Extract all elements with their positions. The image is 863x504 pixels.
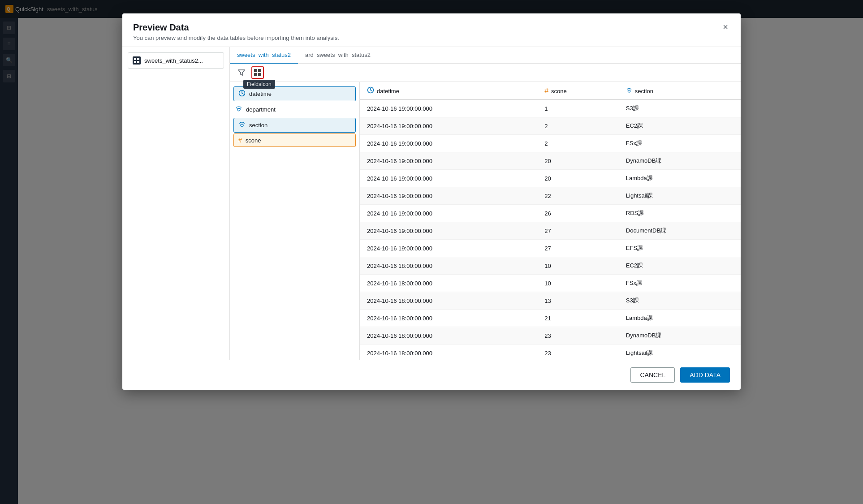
table-row: 2024-10-16 19:00:00.0002FSx課 <box>360 135 741 152</box>
cell-section: FSx課 <box>619 135 741 152</box>
cell-datetime: 2024-10-16 18:00:00.000 <box>360 275 537 292</box>
table-row: 2024-10-16 18:00:00.00023DynamoDB課 <box>360 327 741 345</box>
string-icon-dept <box>235 105 242 114</box>
field-item-section[interactable]: section <box>233 118 356 133</box>
table-row: 2024-10-16 19:00:00.00022Lightsail課 <box>360 187 741 205</box>
string-icon <box>235 105 242 112</box>
svg-rect-8 <box>254 69 257 72</box>
cell-datetime: 2024-10-16 19:00:00.000 <box>360 187 537 205</box>
table-row: 2024-10-16 19:00:00.00020Lambda課 <box>360 170 741 187</box>
svg-marker-7 <box>238 70 245 75</box>
cell-scone: 26 <box>537 205 619 222</box>
fields-grid-icon <box>254 69 262 77</box>
string-icon-section <box>238 121 246 129</box>
hash-icon: # <box>238 137 242 144</box>
field-item-datetime[interactable]: datetime <box>233 86 356 101</box>
table-icon <box>134 58 139 63</box>
tab-sweets-status2[interactable]: sweets_with_status2 <box>230 47 298 64</box>
field-item-department[interactable]: department <box>230 102 359 117</box>
dataset-item[interactable]: sweets_with_status2... <box>128 52 224 69</box>
cell-scone: 27 <box>537 240 619 257</box>
table-row: 2024-10-16 19:00:00.00020DynamoDB課 <box>360 152 741 170</box>
col-label-scone: scone <box>551 88 567 95</box>
table-header: datetime # scone <box>360 82 741 99</box>
cell-datetime: 2024-10-16 19:00:00.000 <box>360 240 537 257</box>
cancel-button[interactable]: CANCEL <box>630 367 675 383</box>
cell-datetime: 2024-10-16 19:00:00.000 <box>360 135 537 152</box>
cell-section: Lambda課 <box>619 170 741 187</box>
fields-view-button[interactable] <box>251 66 264 79</box>
cell-datetime: 2024-10-16 18:00:00.000 <box>360 310 537 327</box>
svg-rect-3 <box>134 58 136 60</box>
cell-section: EC2課 <box>619 257 741 275</box>
table-row: 2024-10-16 19:00:00.0002EC2課 <box>360 117 741 135</box>
cell-section: FSx課 <box>619 275 741 292</box>
cell-datetime: 2024-10-16 19:00:00.000 <box>360 152 537 170</box>
dataset-icon <box>133 56 141 65</box>
modal-body: sweets_with_status2... sweets_with_statu… <box>122 47 741 360</box>
add-data-button[interactable]: ADD DATA <box>680 367 730 383</box>
cell-scone: 2 <box>537 135 619 152</box>
data-table: datetime # scone <box>360 82 741 360</box>
cell-section: Lightsail課 <box>619 345 741 360</box>
cell-section: Lightsail課 <box>619 187 741 205</box>
col-clock-icon <box>367 86 374 95</box>
cell-scone: 20 <box>537 152 619 170</box>
col-string-icon <box>626 87 632 95</box>
col-string-svg <box>626 87 632 94</box>
filter-button[interactable] <box>235 66 248 79</box>
left-panel: sweets_with_status2... <box>122 47 230 360</box>
close-button[interactable]: × <box>719 21 732 33</box>
table-row: 2024-10-16 18:00:00.00021Lambda課 <box>360 310 741 327</box>
cell-section: EFS課 <box>619 240 741 257</box>
col-header-section: section <box>619 82 741 99</box>
tab-ard-sweets[interactable]: ard_sweets_with_status2 <box>298 47 378 64</box>
cell-scone: 2 <box>537 117 619 135</box>
right-content: sweets_with_status2 ard_sweets_with_stat… <box>230 47 741 360</box>
svg-rect-6 <box>137 61 139 63</box>
svg-rect-11 <box>258 73 261 76</box>
cell-scone: 23 <box>537 345 619 360</box>
clock-icon <box>238 90 246 97</box>
cell-scone: 22 <box>537 187 619 205</box>
col-label-section: section <box>635 88 653 95</box>
tabs-container: sweets_with_status2 ard_sweets_with_stat… <box>230 47 741 64</box>
table-row: 2024-10-16 18:00:00.00010FSx課 <box>360 275 741 292</box>
data-table-container[interactable]: datetime # scone <box>360 82 741 360</box>
col-header-scone: # scone <box>537 82 619 99</box>
cell-section: Lambda課 <box>619 310 741 327</box>
svg-rect-4 <box>137 58 139 60</box>
cell-datetime: 2024-10-16 19:00:00.000 <box>360 170 537 187</box>
cell-scone: 13 <box>537 292 619 310</box>
col-header-datetime: datetime <box>360 82 537 99</box>
cell-datetime: 2024-10-16 18:00:00.000 <box>360 257 537 275</box>
cell-scone: 27 <box>537 222 619 240</box>
svg-rect-5 <box>134 61 136 63</box>
cell-scone: 10 <box>537 257 619 275</box>
table-row: 2024-10-16 18:00:00.00010EC2課 <box>360 257 741 275</box>
cell-datetime: 2024-10-16 19:00:00.000 <box>360 205 537 222</box>
cell-section: DynamoDB課 <box>619 327 741 345</box>
toolbar: FieldsIcon <box>230 64 741 82</box>
modal-title: Preview Data <box>133 22 730 33</box>
table-row: 2024-10-16 19:00:00.00027EFS課 <box>360 240 741 257</box>
cell-section: S3課 <box>619 99 741 117</box>
field-label-section: section <box>249 122 268 129</box>
modal-footer: CANCEL ADD DATA <box>122 360 741 390</box>
cell-scone: 10 <box>537 275 619 292</box>
cell-datetime: 2024-10-16 18:00:00.000 <box>360 292 537 310</box>
svg-rect-10 <box>254 73 257 76</box>
datetime-icon <box>238 90 246 98</box>
dataset-label: sweets_with_status2... <box>144 57 203 64</box>
cell-datetime: 2024-10-16 19:00:00.000 <box>360 99 537 117</box>
modal-subtitle: You can preview and modify the data tabl… <box>133 34 730 41</box>
modal-header: Preview Data You can preview and modify … <box>122 13 741 47</box>
field-label-datetime: datetime <box>249 90 272 97</box>
col-label-datetime: datetime <box>377 88 399 95</box>
field-item-scone[interactable]: # scone <box>233 134 356 147</box>
table-row: 2024-10-16 18:00:00.00023Lightsail課 <box>360 345 741 360</box>
field-label-scone: scone <box>246 137 261 144</box>
cell-section: EC2課 <box>619 117 741 135</box>
cell-scone: 1 <box>537 99 619 117</box>
string-icon-2 <box>238 121 246 128</box>
